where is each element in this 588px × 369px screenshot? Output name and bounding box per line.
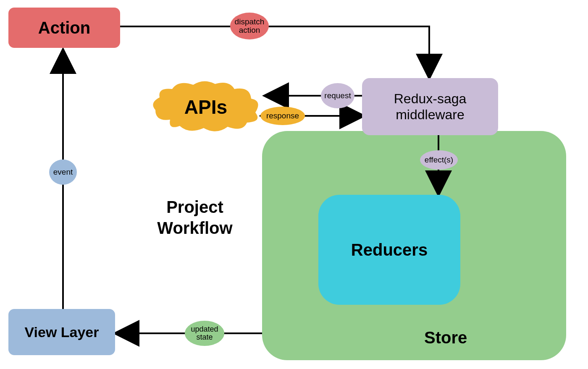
view-label: View Layer [24,324,99,340]
apis-node: APIs [147,80,265,134]
middleware-node: Redux-saga middleware [362,78,498,135]
edge-updated: updated state [185,321,224,346]
reducers-node: Reducers [318,195,460,305]
edge-dispatch: dispatch action [230,13,269,39]
edge-effects: effect(s) [420,150,458,170]
diagram-title: Project Workflow [128,196,262,238]
middleware-label: Redux-saga middleware [394,91,467,123]
action-label: Action [38,18,90,37]
diagram-canvas: Store Action APIs Redux-saga middleware [0,0,588,369]
edge-request: request [321,83,354,108]
edge-event: event [49,160,77,185]
view-node: View Layer [8,309,115,355]
edge-response: response [260,107,305,125]
store-label: Store [424,328,467,347]
reducers-label: Reducers [351,241,428,259]
apis-label: APIs [184,96,227,118]
action-node: Action [8,8,120,48]
